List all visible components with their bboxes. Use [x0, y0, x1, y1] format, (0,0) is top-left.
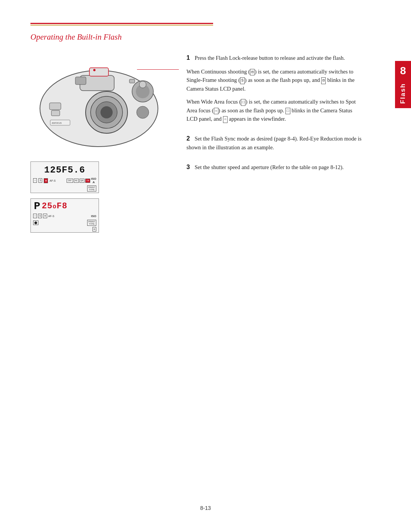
svg-point-6: [100, 106, 113, 118]
camera-svg: AD/FOCUS: [30, 53, 167, 152]
chapter-number: 8: [400, 61, 406, 78]
top-decorative-lines: [30, 23, 362, 26]
step-2-number: 2: [186, 135, 193, 142]
step-3-text: Set the shutter speed and aperture (Refe…: [194, 164, 344, 170]
svg-rect-2: [89, 68, 108, 76]
step-3-main: 3 Set the shutter speed and aperture (Re…: [186, 163, 362, 172]
lcd1-icon-flash: ⊕: [44, 178, 48, 183]
step-3-number: 3: [186, 164, 193, 170]
step-2-main: 2 Set the Flash Sync mode as desired (pa…: [186, 134, 362, 152]
wide-area-icon: □: [241, 99, 245, 106]
step-1-block: 1 Press the Flash Lock-release button to…: [186, 53, 362, 123]
step-1-para-2: When Wide Area focus (□) is set, the cam…: [186, 97, 362, 123]
lcd2-camera-icon: ⬤: [33, 220, 38, 225]
lcd1-afs: AF-S: [49, 179, 56, 182]
svg-rect-13: [51, 110, 60, 116]
section-title: Operating the Built-in Flash: [30, 32, 362, 42]
lcd2-icon-flash: ⊕: [43, 214, 47, 218]
step-3-block: 3 Set the shutter speed and aperture (Re…: [186, 163, 362, 172]
step-1-para-1: When Continuous shooting (⊟) is set, the…: [186, 67, 362, 93]
lcd2-p: P: [34, 200, 40, 212]
red-line: [30, 23, 213, 24]
lcd1-icon-qr: QR: [80, 179, 84, 183]
lcd1-print-type: PRINTTYPE: [87, 185, 96, 192]
right-column: 1 Press the Flash Lock-release button to…: [186, 53, 362, 238]
pointer-line: [137, 69, 179, 70]
lcd2-afs: AF-S: [48, 215, 54, 217]
singleframe-icon: S: [240, 77, 245, 84]
svg-rect-7: [75, 77, 86, 85]
step-2-block: 2 Set the Flash Sync mode as desired (pa…: [186, 134, 362, 152]
lcd1-display: 125F5.6: [34, 164, 96, 176]
wide-blink-icon: □: [285, 108, 290, 115]
svg-rect-12: [49, 103, 61, 110]
left-column: AD/FOCUS 125F5.6 ○ S ⊕ AF-S: [30, 53, 175, 238]
lcd2-icon-s: S: [38, 214, 42, 218]
lcd2-bottom-row: ○ S ⊕ AF-S ISO: [31, 213, 99, 220]
chapter-label: Flash: [399, 78, 407, 108]
page-number: 8-13: [200, 505, 211, 511]
continuous-icon: ⊟: [250, 69, 255, 76]
step-1-text: Press the Flash Lock-release button to r…: [194, 55, 345, 61]
svg-point-10: [139, 81, 146, 88]
lcd-panel-2: P 25oF8 ○ S ⊕ AF-S ISO ⬤ PRINTTYPE: [30, 198, 99, 233]
lcd1-icon-s: S: [38, 178, 42, 183]
lcd2-display: 25oF8: [42, 201, 67, 211]
svg-text:AD/FOCUS: AD/FOCUS: [52, 122, 62, 124]
lcd2-print-type: PRINTTYPE: [87, 220, 96, 226]
page: 8 Flash Operating the Built-in Flash: [0, 0, 411, 532]
lcd1-bottom-row: ○ S ⊕ AF-S INT AE QR IN ISO A: [31, 176, 99, 185]
lcd2-icon-circle: ○: [33, 214, 37, 218]
spot-area-icon: ○: [214, 108, 218, 115]
lcd1-icon-ae: AE: [74, 179, 79, 183]
lcd1-icon-int: INT: [67, 179, 73, 183]
blink-icon: ⊟: [321, 77, 326, 84]
spot-viewfinder-icon: ○: [223, 116, 228, 123]
step-1-main: 1 Press the Flash Lock-release button to…: [186, 53, 362, 63]
svg-rect-14: [129, 79, 135, 83]
lcd-panel-1: 125F5.6 ○ S ⊕ AF-S INT AE QR IN ISO: [30, 161, 99, 193]
step-2-text: Set the Flash Sync mode as desired (page…: [186, 136, 362, 151]
lcd1-top-row: 125F5.6: [31, 162, 99, 176]
step-1-number: 1: [186, 54, 193, 61]
svg-point-11: [137, 106, 149, 118]
gold-line: [30, 25, 213, 26]
svg-point-17: [93, 69, 96, 71]
lcd2-bottom-icon: ⊙: [92, 227, 96, 232]
content-area: AD/FOCUS 125F5.6 ○ S ⊕ AF-S: [30, 53, 362, 238]
lcd2-top-row: P 25oF8: [31, 199, 99, 213]
chapter-tab: 8 Flash: [395, 61, 411, 108]
camera-illustration: AD/FOCUS: [30, 53, 167, 152]
lcd1-icon-circle: ○: [33, 178, 37, 183]
lcd1-icon-in: IN: [85, 179, 90, 183]
